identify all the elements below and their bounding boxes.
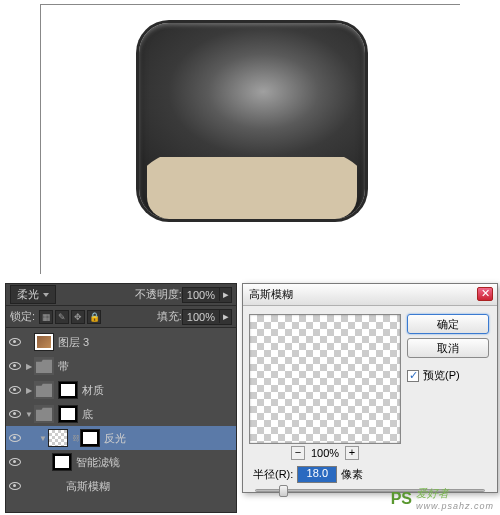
fill-value: 100%	[183, 310, 219, 324]
layer-mask-thumbnail[interactable]	[58, 381, 78, 399]
lock-all-icon[interactable]: 🔒	[87, 310, 101, 324]
preview-label: 预览(P)	[423, 368, 460, 383]
smart-filter-mask[interactable]	[52, 453, 72, 471]
visibility-eye-icon[interactable]	[9, 362, 21, 370]
lock-icons-group: ▦ ✎ ✥ 🔒	[39, 310, 101, 324]
canvas-area	[40, 4, 460, 274]
visibility-eye-icon[interactable]	[9, 458, 21, 466]
layers-panel: 柔光 不透明度: 100% ▸ 锁定: ▦ ✎ ✥ 🔒 填充: 100% ▸ 图	[5, 283, 237, 513]
layer-row-selected[interactable]: ▼ ⛓ 反光	[6, 426, 236, 450]
layer-row[interactable]: ▼ 底	[6, 402, 236, 426]
gaussian-blur-dialog: 高斯模糊 ✕ − 100% + 确定 取消 ✓ 预览(P) 半径(R): 18.…	[242, 283, 498, 493]
layer-mask-thumbnail[interactable]	[58, 405, 78, 423]
layer-row[interactable]: 智能滤镜	[6, 450, 236, 474]
watermark-logo: PS	[391, 490, 412, 508]
wallet-bottom	[147, 157, 357, 219]
zoom-out-button[interactable]: −	[291, 446, 305, 460]
fill-label: 填充:	[157, 309, 182, 324]
wallet-artwork	[139, 23, 365, 219]
layer-name: 材质	[82, 383, 104, 398]
dialog-body: − 100% + 确定 取消 ✓ 预览(P)	[243, 306, 497, 460]
layer-row[interactable]: ▶ 带	[6, 354, 236, 378]
wallet-inner-oval	[147, 157, 357, 219]
cancel-button[interactable]: 取消	[407, 338, 489, 358]
fill-flyout-icon[interactable]: ▸	[219, 310, 231, 323]
radius-unit: 像素	[341, 467, 363, 482]
layer-name: 智能滤镜	[76, 455, 120, 470]
zoom-in-button[interactable]: +	[345, 446, 359, 460]
ok-button[interactable]: 确定	[407, 314, 489, 334]
link-icon: ⛓	[72, 434, 80, 443]
folder-icon[interactable]	[34, 405, 54, 423]
layer-name: 带	[58, 359, 69, 374]
folder-icon[interactable]	[34, 357, 54, 375]
opacity-control[interactable]: 100% ▸	[182, 287, 232, 303]
close-icon: ✕	[481, 287, 490, 299]
slider-thumb[interactable]	[279, 485, 288, 497]
dialog-buttons: 确定 取消 ✓ 预览(P)	[407, 314, 489, 460]
twisty-icon[interactable]: ▶	[24, 386, 34, 395]
layer-row[interactable]: 高斯模糊	[6, 474, 236, 498]
lock-transparency-icon[interactable]: ▦	[39, 310, 53, 324]
layer-thumbnail[interactable]	[48, 429, 68, 447]
layers-panel-header: 柔光 不透明度: 100% ▸	[6, 284, 236, 306]
visibility-eye-icon[interactable]	[9, 434, 21, 442]
layer-row[interactable]: 图层 3	[6, 330, 236, 354]
layer-row[interactable]: ▶ 材质	[6, 378, 236, 402]
visibility-eye-icon[interactable]	[9, 386, 21, 394]
layer-name: 底	[82, 407, 93, 422]
watermark-url: www.psahz.com	[416, 501, 494, 511]
dialog-titlebar[interactable]: 高斯模糊 ✕	[243, 284, 497, 306]
twisty-icon[interactable]: ▼	[24, 410, 34, 419]
chevron-down-icon	[43, 293, 49, 297]
radius-input[interactable]: 18.0	[297, 466, 337, 483]
layer-name: 高斯模糊	[66, 479, 110, 494]
preview-area[interactable]	[249, 314, 401, 444]
lock-label: 锁定:	[10, 309, 35, 324]
visibility-eye-icon[interactable]	[9, 482, 21, 490]
visibility-eye-icon[interactable]	[9, 338, 21, 346]
watermark-text: 爱好者	[416, 486, 494, 501]
layer-name: 反光	[104, 431, 126, 446]
visibility-eye-icon[interactable]	[9, 410, 21, 418]
twisty-icon[interactable]: ▶	[24, 362, 34, 371]
close-button[interactable]: ✕	[477, 287, 493, 301]
layers-lock-row: 锁定: ▦ ✎ ✥ 🔒 填充: 100% ▸	[6, 306, 236, 328]
dialog-title: 高斯模糊	[249, 287, 293, 302]
blend-mode-dropdown[interactable]: 柔光	[10, 285, 56, 304]
twisty-icon[interactable]: ▼	[38, 434, 48, 443]
lock-position-icon[interactable]: ✥	[71, 310, 85, 324]
layer-mask-thumbnail[interactable]	[80, 429, 100, 447]
preview-checkbox[interactable]: ✓	[407, 370, 419, 382]
zoom-value: 100%	[311, 447, 339, 459]
folder-icon[interactable]	[34, 381, 54, 399]
blend-mode-value: 柔光	[17, 287, 39, 302]
layer-thumbnail[interactable]	[34, 333, 54, 351]
opacity-value: 100%	[183, 288, 219, 302]
preview-checkbox-row[interactable]: ✓ 预览(P)	[407, 368, 489, 383]
lock-pixels-icon[interactable]: ✎	[55, 310, 69, 324]
fill-control[interactable]: 100% ▸	[182, 309, 232, 325]
zoom-controls: − 100% +	[249, 446, 401, 460]
watermark: PS 爱好者 www.psahz.com	[391, 486, 494, 511]
opacity-flyout-icon[interactable]: ▸	[219, 288, 231, 301]
opacity-label: 不透明度:	[135, 287, 182, 302]
layer-name: 图层 3	[58, 335, 89, 350]
radius-label: 半径(R):	[253, 467, 293, 482]
layers-tree: 图层 3 ▶ 带 ▶ 材质 ▼ 底 ▼ ⛓	[6, 328, 236, 500]
